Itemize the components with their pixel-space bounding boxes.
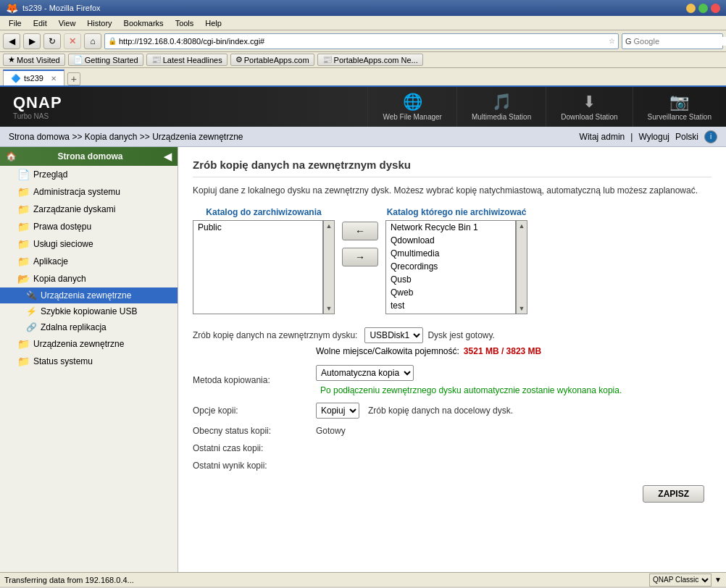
dest-listbox[interactable]: Network Recycle Bin 1 Qdownload Qmultime… (385, 220, 516, 314)
sidebar-item-urzadzenia[interactable]: 📁 Urządzenia zewnętrzne (0, 335, 178, 353)
url-bar[interactable]: 🔒 ☆ (104, 33, 619, 49)
sidebar-item-admin[interactable]: 📁 Administracja systemu (0, 183, 178, 201)
breadcrumb-bar: Strona domowa >> Kopia danych >> Urządze… (0, 127, 726, 147)
folder-icon-4: 📁 (17, 238, 30, 250)
disk-label: Zrób kopię danych na zewnętrznym dysku: (193, 330, 357, 340)
bookmark-getting-started[interactable]: 📄 Getting Started (68, 54, 143, 66)
save-button[interactable]: ZAPISZ (643, 485, 704, 503)
disk-value: USBDisk1 Dysk jest gotowy. (364, 327, 494, 343)
bookmark-portableapps[interactable]: ⚙ PortableApps.com (230, 54, 314, 66)
search-input[interactable] (634, 37, 726, 46)
dest-item-1[interactable]: Qdownload (386, 234, 515, 247)
sidebar-item-aplikacje[interactable]: 📁 Aplikacje (0, 253, 178, 270)
url-input[interactable] (119, 37, 609, 46)
sidebar-item-zdalna[interactable]: 🔗 Zdalna replikacja (0, 319, 178, 335)
reload-btn[interactable]: ↻ (43, 33, 61, 49)
search-bar[interactable]: G ▼ (622, 33, 723, 49)
tab-close-icon[interactable]: ✕ (51, 75, 57, 83)
status-text: Transferring data from 192.168.0.4... (4, 576, 134, 584)
close-btn[interactable] (711, 4, 720, 13)
bookmark-portableapps-ne[interactable]: 📰 PortableApps.com Ne... (317, 54, 423, 66)
tab-ts239[interactable]: 🔷 ts239 ✕ (3, 70, 64, 85)
sidebar-item-status[interactable]: 📁 Status systemu (0, 353, 178, 370)
main-layout: 🏠 Strona domowa ◀ 📄 Przegląd 📁 Administr… (0, 147, 726, 572)
menu-bookmarks[interactable]: Bookmarks (118, 18, 170, 28)
menu-history[interactable]: History (81, 18, 117, 28)
menu-tools[interactable]: Tools (170, 18, 200, 28)
usb-icon: 🔌 (26, 290, 37, 301)
theme-select[interactable]: QNAP Classic (649, 574, 712, 587)
language-selector[interactable]: Polski (675, 132, 698, 142)
apps-icon: ⚙ (235, 55, 243, 64)
dest-item-2[interactable]: Qmultimedia (386, 247, 515, 260)
scroll-up-icon[interactable]: ▲ (326, 222, 333, 230)
usb2-icon: ⚡ (26, 306, 37, 316)
lang-icon[interactable]: i (704, 130, 717, 143)
scroll-down-icon[interactable]: ▼ (326, 305, 333, 312)
sidebar-item-przeglad[interactable]: 📄 Przegląd (0, 166, 178, 183)
move-left-btn[interactable]: ← (342, 222, 378, 240)
last-time-label: Ostatni czas kopii: (193, 443, 309, 453)
theme-dropdown-icon[interactable]: ▼ (714, 576, 722, 584)
forward-btn[interactable]: ▶ (23, 33, 41, 49)
folder-icon-2: 📁 (17, 203, 30, 215)
transfer-buttons: ← → (342, 207, 378, 281)
sidebar-item-usb[interactable]: ⚡ Szybkie kopiowanie USB (0, 303, 178, 319)
menu-help[interactable]: Help (199, 18, 228, 28)
status-bar-right: QNAP Classic ▼ (649, 574, 722, 587)
capacity-numbers: 3521 MB / 3823 MB (464, 346, 541, 356)
sidebar-item-kopia[interactable]: 📂 Kopia danych (0, 270, 178, 287)
source-item-public[interactable]: Public (193, 221, 322, 234)
maximize-btn[interactable] (698, 4, 708, 13)
home-btn[interactable]: ⌂ (84, 33, 101, 49)
logout-link[interactable]: Wyloguj (638, 132, 669, 142)
dest-item-4[interactable]: Qusb (386, 273, 515, 286)
current-status-label: Obecny status kopii: (193, 426, 309, 436)
sidebar-item-uslugi[interactable]: 📁 Usługi sieciowe (0, 235, 178, 253)
stop-btn[interactable]: ✕ (64, 33, 81, 49)
web-file-icon: 🌐 (403, 93, 422, 112)
method-select[interactable]: Automatyczna kopia (316, 365, 414, 381)
current-status-text: Gotowy (316, 426, 346, 436)
dest-item-3[interactable]: Qrecordings (386, 260, 515, 273)
dest-scrollbar[interactable]: ▲ ▼ (516, 220, 527, 314)
back-btn[interactable]: ◀ (3, 33, 20, 49)
bookmark-star-icon[interactable]: ☆ (609, 37, 615, 45)
bookmark-latest-headlines[interactable]: 📰 Latest Headlines (146, 54, 228, 66)
minimize-btn[interactable] (686, 4, 696, 13)
menu-view[interactable]: View (53, 18, 82, 28)
new-tab-btn[interactable]: + (67, 72, 80, 85)
qnap-logo: QNAP Turbo NAS (0, 89, 75, 125)
menu-file[interactable]: File (3, 18, 28, 28)
qnap-logo-text: QNAP (13, 93, 62, 112)
dest-scroll-down-icon[interactable]: ▼ (519, 305, 525, 312)
options-select[interactable]: Kopiuj (316, 403, 359, 419)
browser-title: ts239 - Mozilla Firefox (22, 4, 101, 12)
sidebar-item-urzadzenia-ext[interactable]: 🔌 Urządzenia zewnętrzne (0, 287, 178, 303)
network-icon: 🔗 (26, 322, 37, 332)
web-file-manager-btn[interactable]: 🌐 Web File Manager (367, 87, 456, 127)
sidebar-collapse-icon[interactable]: ◀ (164, 151, 172, 162)
sidebar-item-prawa[interactable]: 📁 Prawa dostępu (0, 218, 178, 235)
download-station-btn[interactable]: ⬇ Download Station (546, 87, 632, 127)
surveillance-station-btn[interactable]: 📷 Surveillance Station (633, 87, 726, 127)
folder-icon-5: 📁 (17, 256, 30, 267)
options-msg: Zrób kopię danych na docelowy dysk. (368, 406, 513, 416)
source-listbox[interactable]: Public (193, 220, 323, 314)
multimedia-station-btn[interactable]: 🎵 Multimedia Station (456, 87, 546, 127)
content-inner: Zrób kopię danych na zewnętrznym dysku K… (178, 147, 726, 514)
dest-panel-title: Katalog którego nie archiwizować (385, 207, 527, 217)
dest-item-0[interactable]: Network Recycle Bin 1 (386, 221, 515, 234)
bookmark-most-visited[interactable]: ★ Most Visited (3, 54, 65, 66)
move-right-btn[interactable]: → (342, 248, 378, 266)
source-scrollbar[interactable]: ▲ ▼ (323, 220, 335, 314)
dest-scroll-up-icon[interactable]: ▲ (519, 222, 525, 230)
disk-select[interactable]: USBDisk1 (364, 327, 423, 343)
current-status-value: Gotowy (316, 426, 346, 436)
file-icon: 📄 (17, 169, 30, 180)
menu-edit[interactable]: Edit (28, 18, 53, 28)
dest-item-6[interactable]: test (386, 299, 515, 312)
dest-item-5[interactable]: Qweb (386, 286, 515, 299)
sidebar-item-zarzadzanie[interactable]: 📁 Zarządzanie dyskami (0, 201, 178, 218)
page-description: Kopiuj dane z lokalnego dysku na zewnętr… (193, 185, 712, 197)
